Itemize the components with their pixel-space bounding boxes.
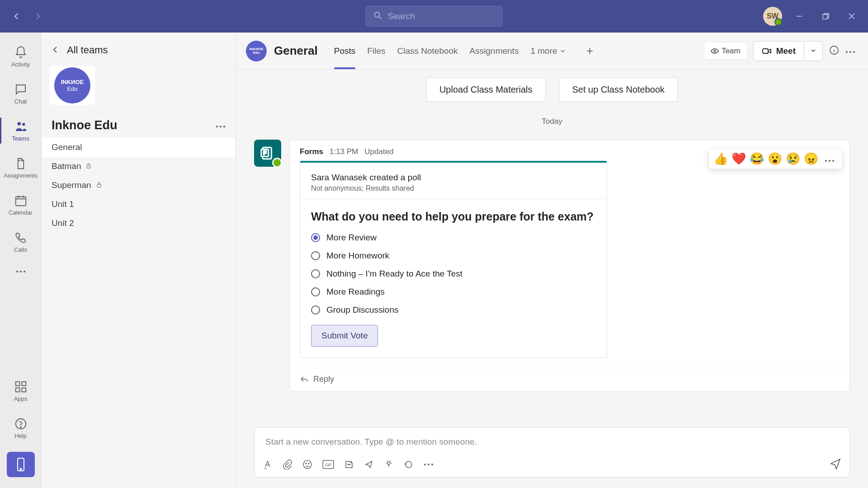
svg-point-40 bbox=[387, 462, 390, 465]
reaction-angry[interactable]: 😠 bbox=[804, 152, 818, 166]
titlebar-right: SW bbox=[763, 7, 861, 26]
channel-info-button[interactable] bbox=[829, 45, 839, 57]
channel-item-batman[interactable]: Batman bbox=[42, 157, 236, 176]
rail-more[interactable] bbox=[0, 260, 41, 283]
channel-item-general[interactable]: General bbox=[42, 138, 236, 157]
team-more-button[interactable] bbox=[216, 122, 226, 130]
all-teams-back[interactable]: All teams bbox=[42, 36, 236, 61]
channel-item-unit1[interactable]: Unit 1 bbox=[42, 195, 236, 214]
compose-box[interactable]: Start a new conversation. Type @ to ment… bbox=[254, 427, 850, 477]
channel-name: General bbox=[274, 44, 318, 58]
svg-rect-8 bbox=[15, 381, 19, 385]
chevron-down-icon bbox=[560, 48, 566, 54]
tab-more[interactable]: 1 more bbox=[530, 46, 565, 56]
window-minimize-button[interactable] bbox=[790, 7, 808, 25]
poll-header: Sara Wanasek created a poll Not anonymou… bbox=[300, 163, 607, 199]
add-tab-button[interactable]: + bbox=[582, 43, 598, 59]
more-icon bbox=[825, 160, 835, 162]
search-input[interactable] bbox=[388, 11, 495, 21]
schedule-meeting-button[interactable] bbox=[364, 460, 374, 469]
svg-point-30 bbox=[825, 160, 827, 162]
titlebar: SW bbox=[0, 0, 868, 33]
svg-point-31 bbox=[829, 160, 830, 162]
svg-rect-22 bbox=[763, 49, 768, 53]
rail-chat[interactable]: Chat bbox=[0, 75, 41, 112]
meet-button[interactable]: Meet bbox=[754, 42, 804, 61]
sticker-button[interactable] bbox=[344, 460, 354, 469]
svg-point-5 bbox=[16, 271, 18, 272]
reaction-sad[interactable]: 😢 bbox=[786, 152, 800, 166]
tab-posts[interactable]: Posts bbox=[334, 33, 356, 69]
rail-calls[interactable]: Calls bbox=[0, 223, 41, 260]
rail-assignments[interactable]: Assignments bbox=[0, 149, 41, 186]
svg-rect-11 bbox=[22, 388, 26, 392]
attach-button[interactable] bbox=[283, 460, 292, 469]
poll-option-3[interactable]: More Readings bbox=[311, 287, 596, 297]
svg-point-43 bbox=[431, 464, 433, 465]
rail-teams[interactable]: Teams bbox=[0, 112, 41, 149]
reaction-surprised[interactable]: 😮 bbox=[768, 152, 782, 166]
poll-option-2[interactable]: Nothing – I'm Ready to Ace the Test bbox=[311, 269, 596, 279]
team-logo[interactable]: INKИOE Edu bbox=[50, 66, 95, 105]
submit-vote-button[interactable]: Submit Vote bbox=[311, 325, 378, 347]
rail-device-button[interactable] bbox=[7, 452, 35, 477]
calendar-icon bbox=[14, 194, 28, 207]
channel-item-unit2[interactable]: Unit 2 bbox=[42, 214, 236, 233]
loop-button[interactable] bbox=[404, 460, 414, 469]
svg-point-6 bbox=[20, 271, 22, 272]
tab-files[interactable]: Files bbox=[367, 33, 385, 69]
meet-label: Meet bbox=[776, 46, 796, 56]
reaction-like[interactable]: 👍 bbox=[713, 152, 728, 166]
compose-more-button[interactable] bbox=[424, 463, 434, 466]
main-header: INKИOEEdu General Posts Files Class Note… bbox=[236, 33, 868, 70]
nav-back-button[interactable] bbox=[7, 7, 25, 25]
gif-button[interactable]: GIF bbox=[322, 460, 334, 469]
reaction-more-button[interactable] bbox=[822, 153, 837, 165]
rail-label: Apps bbox=[14, 395, 28, 402]
format-button[interactable] bbox=[263, 460, 273, 469]
team-visibility-button[interactable]: Team bbox=[704, 43, 747, 59]
poll-option-1[interactable]: More Homework bbox=[311, 251, 596, 261]
svg-point-32 bbox=[832, 160, 834, 162]
rail-calendar[interactable]: Calendar bbox=[0, 186, 41, 223]
apps-icon bbox=[14, 380, 28, 394]
praise-button[interactable] bbox=[384, 460, 394, 469]
emoji-button[interactable] bbox=[302, 460, 312, 469]
channel-list: General Batman Superman Unit 1 Unit 2 bbox=[42, 138, 236, 233]
poll-option-label: More Homework bbox=[326, 251, 389, 261]
search-icon bbox=[373, 11, 382, 22]
lock-icon bbox=[85, 161, 92, 171]
rail-activity[interactable]: Activity bbox=[0, 38, 41, 75]
poll-meta: Not anonymous; Results shared bbox=[311, 184, 596, 192]
rail-apps[interactable]: Apps bbox=[0, 372, 41, 409]
channel-avatar: INKИOEEdu bbox=[246, 41, 267, 61]
message-status: Updated bbox=[364, 147, 393, 156]
content-scroll[interactable]: Upload Class Materials Set up Class Note… bbox=[236, 70, 868, 418]
window-maximize-button[interactable] bbox=[816, 7, 835, 25]
send-button[interactable] bbox=[830, 458, 841, 471]
reaction-heart[interactable]: ❤️ bbox=[731, 152, 746, 166]
tab-class-notebook[interactable]: Class Notebook bbox=[397, 33, 458, 69]
reaction-laugh[interactable]: 😂 bbox=[750, 152, 764, 166]
svg-point-21 bbox=[714, 50, 716, 52]
poll-option-4[interactable]: Group Discussions bbox=[311, 305, 596, 315]
channel-more-button[interactable] bbox=[845, 47, 855, 55]
poll-option-0[interactable]: More Review bbox=[311, 233, 596, 243]
compose-placeholder[interactable]: Start a new conversation. Type @ to ment… bbox=[255, 428, 849, 454]
window-close-button[interactable] bbox=[843, 7, 861, 25]
nav-forward-button[interactable] bbox=[29, 7, 47, 25]
history-nav bbox=[7, 7, 47, 25]
video-icon bbox=[762, 46, 772, 56]
channel-item-superman[interactable]: Superman bbox=[42, 176, 236, 195]
tab-assignments[interactable]: Assignments bbox=[470, 33, 519, 69]
user-avatar[interactable]: SW bbox=[763, 7, 782, 26]
upload-class-materials-card[interactable]: Upload Class Materials bbox=[426, 78, 546, 102]
svg-text:F: F bbox=[263, 150, 266, 155]
setup-class-notebook-card[interactable]: Set up Class Notebook bbox=[559, 78, 678, 102]
meet-dropdown-button[interactable] bbox=[804, 42, 822, 60]
rail-help[interactable]: Help bbox=[0, 409, 41, 446]
global-search[interactable] bbox=[366, 6, 503, 27]
reaction-bar: 👍 ❤️ 😂 😮 😢 😠 bbox=[709, 149, 842, 169]
svg-rect-20 bbox=[97, 184, 101, 187]
reply-button[interactable]: Reply bbox=[290, 368, 849, 391]
